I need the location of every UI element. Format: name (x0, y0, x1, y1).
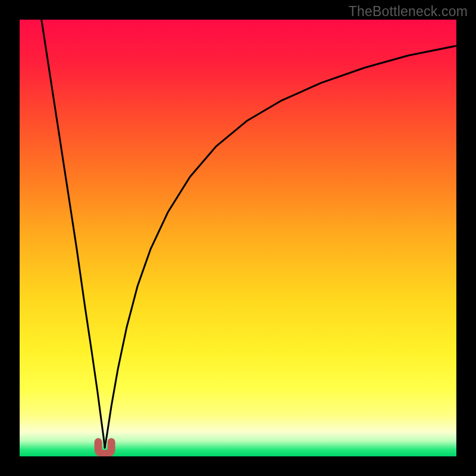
gradient-background (20, 20, 456, 456)
chart-svg (20, 20, 456, 456)
outer-frame: TheBottleneck.com (0, 0, 476, 476)
watermark-text: TheBottleneck.com (349, 4, 468, 20)
plot-area (20, 20, 456, 456)
